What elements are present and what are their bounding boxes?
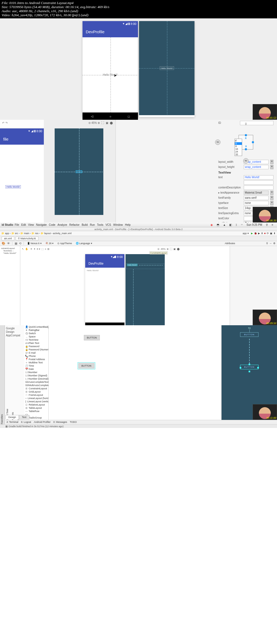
anchor-bottom[interactable] — [245, 148, 247, 150]
palette-item[interactable]: ≡Multiline Text — [24, 361, 48, 364]
sync-icon[interactable]: ⟳ — [267, 232, 269, 235]
blueprint-preview[interactable]: Hello World! — [139, 21, 194, 117]
theme-dropdown[interactable]: ⊙ AppTheme — [56, 242, 73, 245]
margin-option[interactable]: 0 — [235, 142, 242, 145]
palette-item[interactable]: ★RatingBar — [24, 328, 48, 332]
palette-item[interactable]: ⊞ConstraintLayout — [24, 387, 48, 390]
select-icon[interactable]: ↖ — [22, 248, 24, 250]
run-config-dropdown[interactable]: app ▾ — [242, 232, 250, 235]
spotlight-icon[interactable]: ⚲ — [266, 223, 268, 226]
pack-icon[interactable]: ⬚ — [41, 248, 44, 250]
clear-constraints-icon[interactable]: ✦ — [34, 248, 36, 250]
editor-tab[interactable]: © MainActivity.kt — [16, 237, 38, 240]
layout-height-field[interactable]: wrap_content — [244, 165, 269, 169]
stop-icon[interactable]: ■ — [264, 232, 266, 235]
fit-icon[interactable]: ⛶ — [170, 248, 172, 250]
zoom-out-icon[interactable]: ⊖ — [88, 121, 91, 124]
palette-item[interactable]: ⊞GridLayout — [24, 390, 48, 393]
menu-file[interactable]: File — [15, 223, 19, 226]
palette-item[interactable]: AbTextView — [24, 338, 48, 341]
palette-list[interactable]: 👤QuickContactBadge★RatingBar⏻Switch⎵Spac… — [24, 325, 49, 428]
design-blueprint-icon[interactable]: ▦ — [15, 242, 17, 245]
button-widget-2[interactable]: BUTTON — [78, 363, 94, 369]
blueprint-preview[interactable]: Hello World! — [126, 254, 165, 331]
handle-left[interactable] — [240, 367, 241, 369]
warnings-icon[interactable]: ⬤ — [177, 248, 180, 250]
text-appearance-field[interactable]: Material.Small — [244, 191, 269, 195]
margin-top[interactable]: 0 — [245, 122, 247, 125]
search-icon[interactable]: ⚲ — [266, 242, 268, 245]
palette-item[interactable]: —TableRow — [24, 410, 48, 413]
menu-build[interactable]: Build — [82, 223, 88, 226]
text-alt-field[interactable] — [244, 180, 273, 185]
bluetooth-icon[interactable]: ᛒ — [236, 223, 237, 226]
margin-option[interactable]: 24 — [235, 150, 242, 153]
palette-item[interactable]: □FrameLayout — [24, 393, 48, 397]
warnings-icon[interactable]: ⬤ — [110, 121, 113, 124]
side-tab-palette[interactable]: Palette — [17, 326, 19, 427]
tree-node[interactable]: nstraintLayout — [1, 247, 19, 250]
palette-item[interactable]: ⎵Space — [24, 335, 48, 338]
tab-design[interactable]: Design — [5, 415, 19, 419]
menu-help[interactable]: Help — [125, 223, 131, 226]
sdk-icon[interactable]: ⬇ — [273, 232, 276, 235]
side-tab-build-variants[interactable]: Build Variants — [11, 326, 14, 427]
pan-icon[interactable]: ⛶ — [101, 121, 104, 124]
bias-horizontal[interactable]: 50 — [215, 140, 220, 145]
textview-blueprint[interactable]: Hello World! — [160, 66, 174, 70]
menu-edit[interactable]: Edit — [21, 223, 26, 226]
menu-vcs[interactable]: VCS — [105, 223, 111, 226]
palette-item[interactable]: 123Number — [24, 371, 48, 374]
design-pane[interactable]: ↶ ↷ ▾ ◢ ▮ 8:00 file Hello World! — [0, 120, 44, 223]
design-preview[interactable]: ▾ ◢ ▮ 8:00 file Hello World! — [0, 128, 44, 223]
palette-item[interactable]: 📞Phone — [24, 354, 48, 358]
handle-bottom[interactable] — [249, 371, 250, 372]
eye-icon[interactable]: 👁 — [7, 242, 10, 245]
autoconnect-icon[interactable]: ✕ — [30, 248, 32, 250]
api-dropdown[interactable]: 🍭 26 ▾ — [44, 242, 55, 245]
handle-right[interactable] — [257, 367, 259, 369]
side-tab-favorites[interactable]: 2: Favorites — [1, 326, 3, 427]
margin-option[interactable]: 8 — [235, 145, 242, 148]
design-preview[interactable]: ▾ ◢ ▮ 8:00 DevProfile Hello World! ➤ ◁ ○… — [83, 21, 138, 117]
design-canvas[interactable]: ↖ ✋ ✕ ✦ 8 ▾ ⬚ ≡ ⊞ ⊖45%⊕ ⛶ ▣ ⬤ ▾◢▮ 8:00 D… — [20, 246, 230, 326]
anchor-right[interactable] — [252, 141, 254, 143]
expand-icon[interactable]: ↔ — [269, 242, 272, 245]
content-desc-field[interactable] — [244, 185, 273, 190]
palette-item[interactable]: 123Number (Signed) — [24, 374, 48, 377]
margin-option[interactable]: 16 — [235, 148, 242, 150]
pan-icon[interactable]: ✋ — [25, 248, 28, 250]
gear-icon[interactable]: ⚙ — [273, 242, 275, 245]
palette-item[interactable]: 👤QuickContactBadge — [24, 325, 48, 328]
zoom-out-icon[interactable]: ⊖ — [157, 248, 160, 250]
tray-icon[interactable]: ▲ — [223, 223, 226, 226]
palette-item[interactable]: ⌨MultiAutoCompleteTextView — [24, 384, 48, 387]
tool-profiler[interactable]: Android Profiler — [34, 421, 51, 423]
redo-icon[interactable]: ↷ — [5, 121, 8, 124]
palette-item[interactable]: ⏻Switch — [24, 332, 48, 335]
tray-icon[interactable]: ⬒ — [217, 223, 219, 226]
menu-window[interactable]: Window — [113, 223, 123, 226]
side-tab-component-tree[interactable]: Component Tree — [6, 326, 9, 427]
orientation-icon[interactable]: ⟲ — [19, 242, 21, 245]
menu-analyze[interactable]: Analyze — [58, 223, 67, 226]
palette-item[interactable]: abcPlain Text — [24, 341, 48, 345]
palette-item[interactable]: 📍Postal Address — [24, 358, 48, 361]
textview-blueprint-selected[interactable] — [76, 170, 82, 173]
zoom-in-icon[interactable]: ⊕ — [98, 121, 100, 124]
profile-icon[interactable]: ▶ — [258, 232, 260, 235]
typeface-field[interactable]: none — [244, 201, 269, 205]
undo-icon[interactable]: ↶ — [2, 121, 4, 124]
tool-terminal[interactable]: 4: Terminal — [6, 421, 18, 423]
constraint-widget[interactable]: 0 0 50 50 0 8 16 24 32 — [222, 127, 270, 157]
menu-view[interactable]: View — [28, 223, 34, 226]
tab-text[interactable]: Text — [19, 415, 29, 419]
menu-code[interactable]: Code — [49, 223, 55, 226]
button-blueprint-1[interactable]: BUTTON — [240, 332, 259, 337]
palette-item[interactable]: 📅Date — [24, 367, 48, 371]
blueprint-pane[interactable]: ⊖45%⊕ ⛶ ▣ ⬤ — [44, 120, 116, 223]
text-field[interactable]: Hello World! — [244, 175, 273, 180]
tree-node[interactable]: TextView – "Hello World!" — [1, 250, 19, 254]
margin-input[interactable] — [235, 139, 242, 142]
anchor-top[interactable] — [245, 134, 247, 136]
